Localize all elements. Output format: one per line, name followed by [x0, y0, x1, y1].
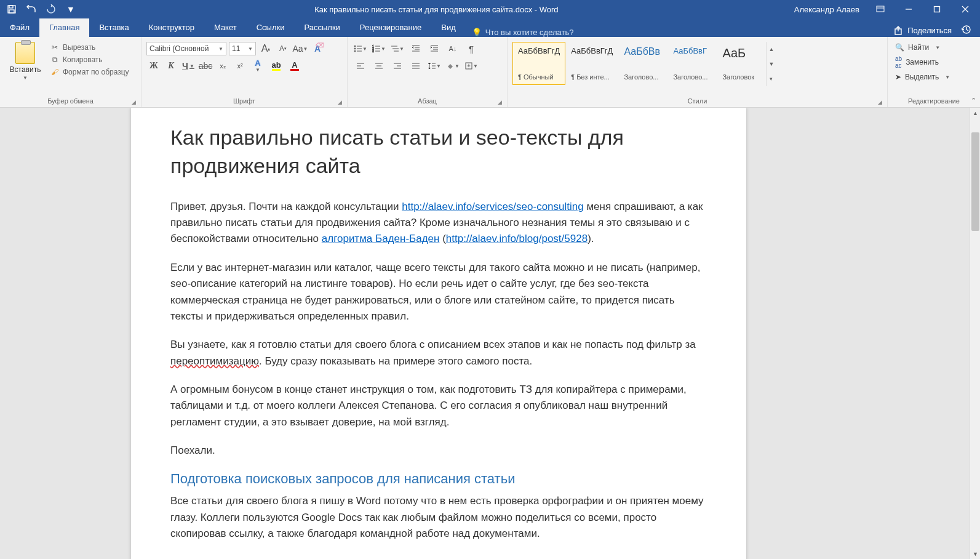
scroll-up-icon[interactable]: ▲ — [970, 108, 980, 118]
tab-design[interactable]: Конструктор — [139, 18, 204, 37]
redo-icon[interactable] — [46, 4, 57, 15]
tab-layout[interactable]: Макет — [204, 18, 247, 37]
align-center-button[interactable] — [371, 59, 387, 73]
svg-rect-1 — [9, 6, 13, 8]
save-icon[interactable] — [6, 4, 17, 15]
justify-button[interactable] — [408, 59, 424, 73]
bold-button[interactable]: Ж — [146, 59, 161, 73]
font-color-button[interactable]: A — [287, 59, 303, 73]
undo-icon[interactable] — [26, 4, 37, 15]
minimize-button[interactable] — [898, 0, 920, 18]
maximize-button[interactable] — [926, 0, 948, 18]
scroll-thumb[interactable] — [971, 132, 979, 231]
tab-references[interactable]: Ссылки — [247, 18, 295, 37]
svg-rect-3 — [877, 6, 884, 12]
style-nospacing[interactable]: АаБбВвГгД¶ Без инте... — [565, 42, 618, 85]
font-launcher-icon[interactable]: ◢ — [338, 99, 342, 105]
styles-launcher-icon[interactable]: ◢ — [878, 99, 882, 105]
cut-button[interactable]: ✂Вырезать — [50, 43, 129, 52]
clipboard-icon — [15, 42, 35, 64]
tell-me[interactable]: 💡 Что вы хотите сделать? — [466, 28, 885, 37]
wavy-word: переоптимизацию — [170, 355, 259, 367]
styles-expand[interactable]: ▲▼▾ — [766, 42, 776, 86]
clipboard-group-label: Буфер обмена — [47, 97, 94, 105]
subscript-button[interactable]: x₂ — [215, 59, 230, 73]
align-left-button[interactable] — [353, 59, 368, 73]
italic-button[interactable]: К — [164, 59, 178, 73]
tab-review[interactable]: Рецензирование — [350, 18, 431, 37]
vertical-scrollbar[interactable]: ▲ ▼ — [970, 108, 980, 559]
highlight-button[interactable]: ab — [268, 59, 284, 73]
user-name[interactable]: Александр Алаев — [794, 5, 863, 14]
chevron-up-icon[interactable]: ▲ — [767, 42, 776, 57]
select-button[interactable]: ➤Выделить▼ — [895, 73, 973, 81]
align-right-button[interactable] — [389, 59, 405, 73]
ribbon: Вставить ▼ ✂Вырезать ⧉Копировать 🖌Формат… — [0, 37, 980, 108]
borders-button[interactable]: ▼ — [463, 59, 479, 73]
underline-button[interactable]: Ч▼ — [181, 59, 196, 73]
share-button[interactable]: Поделиться — [894, 26, 952, 36]
more-icon[interactable]: ▾ — [767, 71, 776, 86]
scissors-icon: ✂ — [50, 43, 59, 52]
select-label: Выделить — [905, 73, 939, 81]
shading-button[interactable]: ▼ — [445, 59, 461, 73]
line-spacing-button[interactable]: ▼ — [426, 59, 442, 73]
para-launcher-icon[interactable]: ◢ — [498, 99, 502, 105]
font-family-combo[interactable]: Calibri (Основной▼ — [146, 42, 226, 55]
link-baden[interactable]: алгоритма Баден-Баден — [322, 233, 440, 244]
paste-dropdown-icon[interactable]: ▼ — [23, 75, 28, 81]
group-font: Calibri (Основной▼ 11▼ A▴ A▾ Aa▼ A⌫ Ж К … — [141, 37, 348, 107]
doc-p2: Если у вас интернет-магазин или каталог,… — [170, 260, 707, 324]
doc-h2: Подготовка поисковых запросов для написа… — [170, 471, 707, 487]
text-effects-button[interactable]: A▼ — [250, 59, 266, 73]
tab-home[interactable]: Главная — [39, 18, 89, 37]
strike-button[interactable]: abc — [198, 59, 213, 73]
document-area: Как правильно писать статьи и seo-тексты… — [0, 108, 980, 559]
svg-rect-2 — [9, 10, 14, 13]
chevron-down-icon: ▼ — [218, 46, 223, 52]
tab-view[interactable]: Вид — [431, 18, 466, 37]
scroll-down-icon[interactable]: ▼ — [970, 549, 980, 559]
svg-text:3: 3 — [372, 49, 374, 53]
link-post[interactable]: http://alaev.info/blog/post/5928 — [446, 233, 588, 244]
copy-label: Копировать — [63, 55, 103, 64]
clear-format-button[interactable]: A⌫ — [310, 42, 325, 55]
multilevel-button[interactable]: ▼ — [389, 42, 405, 55]
collapse-ribbon-icon[interactable]: ⌃ — [971, 97, 976, 105]
clipboard-launcher-icon[interactable]: ◢ — [132, 99, 136, 105]
tab-mailings[interactable]: Рассылки — [294, 18, 349, 37]
sort-button[interactable]: A↓ — [445, 42, 461, 55]
decrease-indent-button[interactable] — [408, 42, 424, 55]
superscript-button[interactable]: x² — [233, 59, 247, 73]
tab-file[interactable]: Файл — [0, 18, 39, 37]
grow-font-button[interactable]: A▴ — [258, 42, 273, 55]
font-size-combo[interactable]: 11▼ — [229, 42, 256, 55]
find-button[interactable]: 🔍Найти▼ — [895, 43, 973, 52]
copy-button[interactable]: ⧉Копировать — [50, 55, 129, 64]
close-button[interactable] — [954, 0, 976, 18]
link-consulting[interactable]: http://alaev.info/services/seo-consultin… — [402, 201, 583, 212]
chevron-down-icon[interactable]: ▼ — [767, 57, 776, 71]
style-heading1[interactable]: АаБбВвЗаголово... — [618, 42, 667, 85]
paste-button[interactable]: Вставить ▼ — [5, 39, 46, 96]
show-marks-button[interactable]: ¶ — [463, 42, 479, 55]
ribbon-display-icon[interactable] — [869, 0, 891, 18]
quick-access-toolbar: ▼ — [0, 4, 82, 15]
format-painter-button[interactable]: 🖌Формат по образцу — [50, 68, 129, 76]
style-title[interactable]: АаБЗаголовок — [717, 42, 766, 85]
numbering-button[interactable]: 123▼ — [371, 42, 387, 55]
font-size-value: 11 — [232, 44, 240, 53]
history-icon[interactable] — [960, 24, 971, 37]
chevron-down-icon: ▼ — [945, 74, 950, 80]
replace-button[interactable]: abacЗаменить — [895, 55, 973, 69]
increase-indent-button[interactable] — [426, 42, 442, 55]
style-normal[interactable]: АаБбВвГгД¶ Обычный — [512, 42, 565, 85]
tab-insert[interactable]: Вставка — [89, 18, 138, 37]
bullets-button[interactable]: ▼ — [353, 42, 368, 55]
group-editing: 🔍Найти▼ abacЗаменить ➤Выделить▼ Редактир… — [888, 37, 980, 107]
shrink-font-button[interactable]: A▾ — [276, 42, 290, 55]
style-heading2[interactable]: АаБбВвГЗаголово... — [667, 42, 717, 85]
document-page[interactable]: Как правильно писать статьи и seo-тексты… — [131, 108, 746, 559]
qat-customize-icon[interactable]: ▼ — [65, 4, 76, 15]
change-case-button[interactable]: Aa▼ — [293, 42, 308, 55]
